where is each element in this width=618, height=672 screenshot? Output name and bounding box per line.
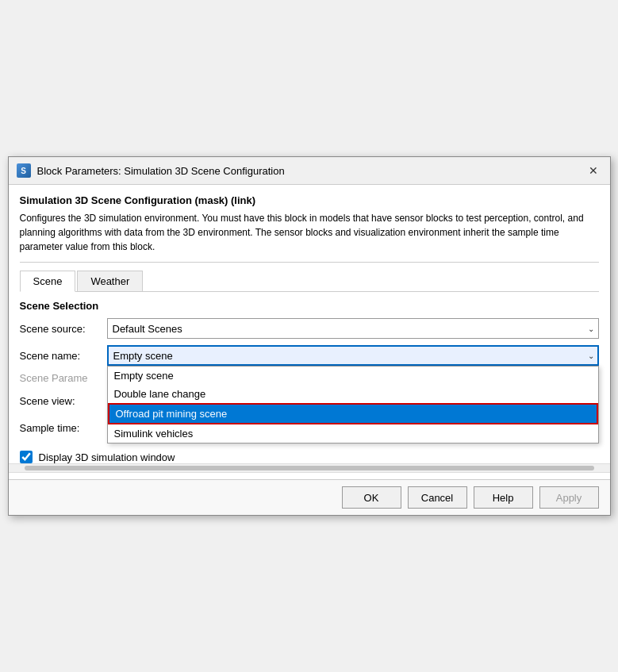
display-3d-row: Display 3D simulation window [20, 451, 599, 463]
scene-view-label: Scene view: [20, 395, 107, 407]
titlebar: S Block Parameters: Simulation 3D Scene … [9, 157, 610, 185]
tab-bar: Scene Weather [20, 271, 599, 292]
dialog-footer: OK Cancel Help Apply [9, 479, 610, 515]
app-icon: S [17, 163, 31, 178]
scene-name-label: Scene name: [20, 350, 107, 362]
section-scene-selection: Scene Selection [20, 300, 599, 312]
horizontal-scrollbar[interactable] [9, 463, 610, 473]
titlebar-left: S Block Parameters: Simulation 3D Scene … [17, 163, 285, 178]
cancel-button[interactable]: Cancel [408, 486, 467, 509]
dialog-body: Simulation 3D Scene Configuration (mask)… [9, 185, 610, 479]
tab-weather[interactable]: Weather [77, 271, 143, 291]
scene-name-row: Scene name: Empty scene ⌄ Empty scene Do… [20, 345, 599, 366]
tab-scene[interactable]: Scene [20, 271, 76, 292]
display-3d-checkbox[interactable] [20, 451, 33, 463]
sample-time-label: Sample time: [20, 422, 107, 434]
scene-source-select[interactable]: Default Scenes [107, 318, 599, 339]
close-button[interactable]: ✕ [585, 162, 602, 179]
scene-name-dropdown: Empty scene Double lane change Offroad p… [107, 366, 599, 444]
dropdown-item-empty-scene[interactable]: Empty scene [108, 367, 598, 385]
scene-source-wrapper: Default Scenes ⌄ [107, 318, 599, 339]
dialog-title: Block Parameters: Simulation 3D Scene Co… [37, 165, 285, 177]
scene-source-row: Scene source: Default Scenes ⌄ [20, 318, 599, 339]
scene-params-label: Scene Parame [20, 372, 107, 384]
dropdown-item-double-lane[interactable]: Double lane change [108, 385, 598, 403]
display-3d-label: Display 3D simulation window [39, 451, 175, 463]
dropdown-item-simulink[interactable]: Simulink vehicles [108, 424, 598, 443]
dialog-subtitle: Simulation 3D Scene Configuration (mask)… [20, 194, 599, 206]
dropdown-item-offroad[interactable]: Offroad pit mining scene [108, 403, 598, 424]
scene-source-label: Scene source: [20, 323, 107, 335]
scene-name-wrapper: Empty scene ⌄ Empty scene Double lane ch… [107, 345, 599, 366]
apply-button[interactable]: Apply [539, 486, 599, 509]
dialog-window: S Block Parameters: Simulation 3D Scene … [8, 156, 611, 516]
scrollbar-thumb [25, 466, 594, 470]
dialog-description: Configures the 3D simulation environment… [20, 211, 599, 263]
scene-name-select[interactable]: Empty scene [107, 345, 599, 366]
help-button[interactable]: Help [474, 486, 533, 509]
ok-button[interactable]: OK [342, 486, 401, 509]
